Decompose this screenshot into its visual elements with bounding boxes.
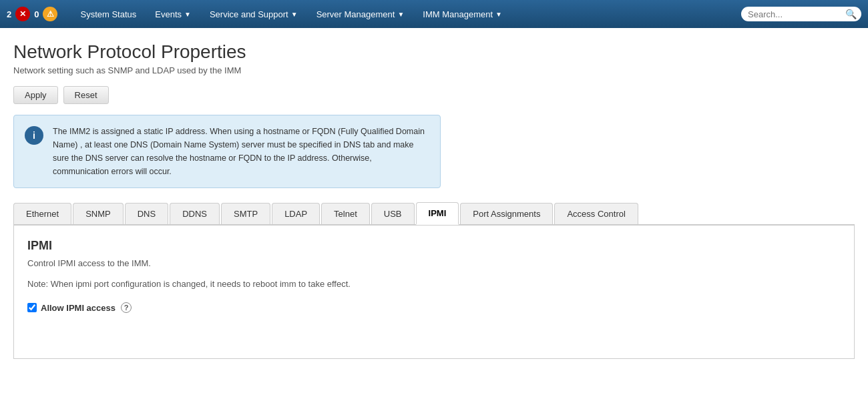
page-content: Network Protocol Properties Network sett… xyxy=(0,28,868,372)
error-badge[interactable]: ✕ xyxy=(15,7,30,21)
events-arrow: ▼ xyxy=(184,11,191,18)
action-buttons: Apply Reset xyxy=(13,86,855,104)
page-title: Network Protocol Properties xyxy=(13,41,855,63)
tab-smtp[interactable]: SMTP xyxy=(221,203,270,224)
info-text: The IMM2 is assigned a static IP address… xyxy=(53,125,429,178)
nav-items: System Status Events ▼ Service and Suppo… xyxy=(71,0,741,28)
apply-button[interactable]: Apply xyxy=(13,86,58,104)
tab-port-assignments[interactable]: Port Assignments xyxy=(460,203,553,224)
help-icon[interactable]: ? xyxy=(121,302,132,313)
error-count: 2 xyxy=(7,9,11,19)
tab-ddns[interactable]: DDNS xyxy=(170,203,220,224)
imm-management-arrow: ▼ xyxy=(495,11,502,18)
reset-button[interactable]: Reset xyxy=(63,86,109,104)
warn-badge[interactable]: ⚠ xyxy=(43,7,57,21)
nav-events[interactable]: Events ▼ xyxy=(146,0,200,28)
warn-count: 0 xyxy=(34,9,39,19)
allow-ipmi-row: Allow IPMI access ? xyxy=(27,302,841,313)
allow-ipmi-checkbox[interactable] xyxy=(27,303,37,312)
nav-service-support[interactable]: Service and Support ▼ xyxy=(200,0,307,28)
tab-content-ipmi: IPMI Control IPMI access to the IMM. Not… xyxy=(13,226,855,359)
tab-ldap[interactable]: LDAP xyxy=(272,203,320,224)
info-box: i The IMM2 is assigned a static IP addre… xyxy=(13,115,441,188)
tab-dns[interactable]: DNS xyxy=(125,203,168,224)
tab-access-control[interactable]: Access Control xyxy=(554,203,638,224)
server-management-arrow: ▼ xyxy=(397,11,404,18)
ipmi-description: Control IPMI access to the IMM. xyxy=(27,258,841,268)
tab-telnet[interactable]: Telnet xyxy=(321,203,370,224)
service-support-arrow: ▼ xyxy=(291,11,298,18)
search-icon: 🔍 xyxy=(845,9,857,19)
nav-system-status[interactable]: System Status xyxy=(71,0,146,28)
nav-imm-management[interactable]: IMM Management ▼ xyxy=(413,0,511,28)
navbar: 2 ✕ 0 ⚠ System Status Events ▼ Service a… xyxy=(0,0,868,28)
ipmi-note: Note: When ipmi port configuration is ch… xyxy=(27,279,841,289)
page-subtitle: Network setting such as SNMP and LDAP us… xyxy=(13,65,855,75)
search-box: 🔍 xyxy=(741,7,861,21)
tab-ipmi[interactable]: IPMI xyxy=(416,202,459,225)
tab-usb[interactable]: USB xyxy=(371,203,415,224)
nav-server-management[interactable]: Server Management ▼ xyxy=(307,0,414,28)
navbar-brand: 2 ✕ 0 ⚠ xyxy=(7,7,57,21)
allow-ipmi-label: Allow IPMI access xyxy=(41,303,116,313)
ipmi-title: IPMI xyxy=(27,239,841,253)
tabs-container: Ethernet SNMP DNS DDNS SMTP LDAP Telnet … xyxy=(13,201,855,226)
tab-ethernet[interactable]: Ethernet xyxy=(13,203,71,224)
tab-snmp[interactable]: SNMP xyxy=(73,203,124,224)
search-input[interactable] xyxy=(748,9,841,19)
info-icon: i xyxy=(25,126,43,145)
